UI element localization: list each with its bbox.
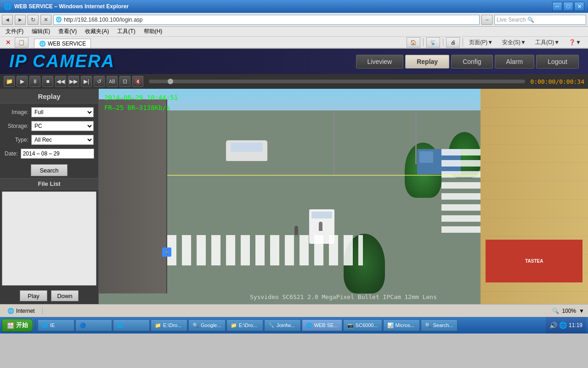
tab-bar: 🌐 WEB SERVICE [30,37,95,48]
type-row: Type: All Rec Manual Alarm Schedule [5,135,94,145]
help-menu-button[interactable]: ❓▼ [565,38,584,47]
back-button[interactable]: ◄ [2,15,13,25]
form-area: Image: Full Half Quarter Storage: PC SD … [0,104,98,162]
date-input[interactable] [21,149,94,159]
taskbar-search2[interactable]: 🔍 Search... [421,319,458,331]
menu-tools[interactable]: 工具(T) [113,27,139,36]
pb-rewind-button[interactable]: ◀◀ [55,76,66,87]
video-watermark: Sysvideo SC6521 2.0 MegaPixel Bullet IPC… [250,293,437,300]
security-menu-button[interactable]: 安全(S)▼ [499,37,529,48]
taskbar-ie2[interactable]: 🌐 [113,319,150,331]
close-x-icon[interactable]: ✕ [4,39,13,46]
road-line [167,175,481,176]
pb-screenshot-button[interactable]: ⊡ [119,76,130,87]
print-icon[interactable]: 🖨 [446,37,460,47]
menu-edit[interactable]: 编辑(E) [28,27,54,36]
video-area: TASTEA [99,89,588,304]
browser-title: WEB SERVICE – Windows Internet Explorer [14,3,552,10]
stop-button[interactable]: ✕ [40,15,51,25]
taskbar-right: 🔊 🌐 11:19 [546,317,586,334]
refresh-button[interactable]: ↻ [28,15,39,25]
taskbar-file1[interactable]: 📁 E:\Dro... [151,319,187,331]
join-icon: 🔧 [268,322,275,328]
status-bar: 🌐 Internet 🔍 100% ▼ [0,304,588,317]
home-icon[interactable]: 🏠 [407,37,420,47]
taskbar-ie[interactable]: 🌐 IE [38,319,74,331]
taskbar-file2[interactable]: 📁 E:\Dro... [226,319,263,331]
pb-repeat-button[interactable]: ↺ [94,76,105,87]
nav-replay[interactable]: Replay [405,55,449,69]
building-windows [106,109,160,283]
pb-pause-button[interactable]: ⏸ [29,76,40,87]
close-button[interactable]: ✕ [574,2,584,11]
nav-config[interactable]: Config [451,55,492,69]
progress-track[interactable] [149,80,525,83]
storage-select[interactable]: PC SD Card NAS [31,121,94,131]
ie2-icon: 🌐 [117,322,124,328]
menu-file[interactable]: 文件(F) [2,27,27,36]
browser-titlebar: 🌐 WEB SERVICE – Windows Internet Explore… [0,0,588,13]
forward-button[interactable]: ► [15,15,26,25]
search2-icon: 🔍 [425,322,431,328]
light-pole2 [415,110,417,164]
tools-menu-button[interactable]: 工具(O)▼ [532,37,563,48]
bookmarks-toolbar: ✕ 📋 🌐 WEB SERVICE 🏠 📡 🖨 页面(P)▼ 安全(S)▼ 工具… [0,37,588,49]
minimize-button[interactable]: ─ [552,2,562,11]
tab-ie-icon: 🌐 [39,40,46,47]
menu-help[interactable]: 帮助(H) [140,27,166,36]
sidebar: Replay Image: Full Half Quarter Storage:… [0,89,99,304]
replay-panel-title: Replay [0,89,98,104]
menu-favorites[interactable]: 收藏夹(A) [81,27,113,36]
status-sep1 [42,307,43,315]
taskbar-join[interactable]: 🔧 Joinfw... [264,319,301,331]
car-windshield [231,143,263,152]
taskbar-micro[interactable]: 📊 Micros... [383,319,420,331]
image-label: Image: [5,109,28,115]
taskbar-webse[interactable]: 🌐 WEB SE... [302,319,342,331]
start-button[interactable]: 🪟 开始 [2,319,33,332]
pedestrian1 [294,226,298,235]
nav-alarm[interactable]: Alarm [495,55,535,69]
toolbar2-btn[interactable]: 📋 [15,37,28,47]
bus-windows [311,212,332,218]
menu-view[interactable]: 查看(V) [55,27,80,36]
taskbar-chrome[interactable]: 🔵 [75,319,112,331]
tab-label: WEB SERVICE [48,40,86,47]
rss-icon[interactable]: 📡 [426,37,440,47]
nav-logout[interactable]: Logout [536,55,579,69]
timestamp-line1: 2014–08–29 10:44:51 [104,92,178,103]
app-header: IP CAMERA Liveview Replay Config Alarm L… [0,49,588,74]
pb-mute-button[interactable]: 🔇 [132,76,143,87]
progress-thumb[interactable] [168,79,173,84]
zoom-label: 🔍 [552,308,559,314]
webse-icon: 🌐 [306,322,312,328]
micro-icon: 📊 [387,322,394,328]
menu-bar: 文件(F) 编辑(E) 查看(V) 收藏夹(A) 工具(T) 帮助(H) [0,27,588,37]
pb-ab-button[interactable]: AB [107,76,118,87]
restore-button[interactable]: □ [563,2,573,11]
pb-ff-button[interactable]: ▶▶ [68,76,79,87]
chrome-icon: 🔵 [79,322,86,328]
internet-label: Internet [16,308,35,314]
file1-icon: 📁 [155,322,161,328]
go-button[interactable]: → [481,15,492,25]
play-button[interactable]: Play [20,290,47,301]
search-button[interactable]: Search [31,164,68,176]
tastea-sign: TASTEA [486,240,582,283]
down-button[interactable]: Down [51,290,79,301]
pb-step-button[interactable]: ▶| [81,76,92,87]
ie-taskbar-icon: 🌐 [42,322,48,328]
pb-folder-button[interactable]: 📁 [4,76,15,87]
taskbar-sc6000[interactable]: 📷 SC6000... [343,319,382,331]
tab-webservice[interactable]: 🌐 WEB SERVICE [34,39,91,48]
search-box[interactable]: Live Search 🔍 [494,15,586,25]
type-select[interactable]: All Rec Manual Alarm Schedule [31,135,94,145]
nav-liveview[interactable]: Liveview [356,55,404,69]
pb-play-button[interactable]: ▶ [17,76,28,87]
image-select[interactable]: Full Half Quarter [31,107,94,117]
search-icon: 🔍 [527,17,534,23]
pb-stop-button[interactable]: ■ [42,76,53,87]
taskbar-google[interactable]: 🔍 Google... [188,319,226,331]
page-menu-button[interactable]: 页面(P)▼ [466,37,496,48]
sign-text: TASTEA [525,259,543,264]
